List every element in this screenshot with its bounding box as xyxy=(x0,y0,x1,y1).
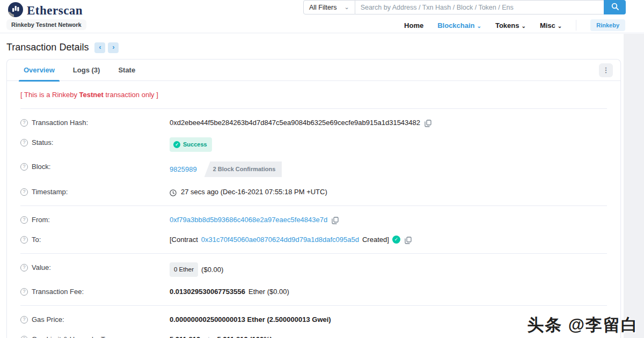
row-label: ? Gas Limit & Usage by Txn: xyxy=(20,334,170,338)
from-address-link[interactable]: 0xf79a3bb8d5b93686c4068e2a97eaec5fe4843e… xyxy=(170,215,327,225)
row-value: 0.013029530067753556 Ether ($0.00) xyxy=(170,286,607,297)
testnet-notice: [ This is a Rinkeby Testnet transaction … xyxy=(20,90,607,100)
row-label: ? To: xyxy=(20,234,170,245)
gas-price-label: Gas Price: xyxy=(32,314,64,325)
from-label: From: xyxy=(32,215,50,225)
row-value: 0xf79a3bb8d5b93686c4068e2a97eaec5fe4843e… xyxy=(170,215,607,225)
transaction-fee-amount: 0.013029530067753556 xyxy=(170,286,245,297)
notice-prefix: [ This is a Rinkeby xyxy=(20,91,79,99)
row-label: ? Gas Price: xyxy=(20,314,170,325)
block-number-link[interactable]: 9825989 xyxy=(170,164,197,174)
chevron-down-icon: ⌄ xyxy=(477,23,481,29)
block-confirmations-badge: 2 Block Confirmations xyxy=(204,161,282,177)
chevron-down-icon: ⌄ xyxy=(558,23,562,29)
prev-transaction-button[interactable]: ‹ xyxy=(94,42,105,53)
gas-price-value: 0.000000002500000013 Ether (2.500000013 … xyxy=(170,314,331,325)
search-icon xyxy=(611,3,619,12)
notice-suffix: transaction only ] xyxy=(104,91,158,99)
contract-success-check-icon: ✓ xyxy=(392,236,400,244)
header: Etherscan Rinkeby Testnet Network All Fi… xyxy=(0,0,644,33)
usd-value: ($0.00) xyxy=(201,264,223,275)
to-label: To: xyxy=(32,234,41,245)
to-contract-suffix: Created] xyxy=(362,234,389,245)
help-icon[interactable]: ? xyxy=(20,119,28,127)
page-background-strip xyxy=(624,34,644,338)
network-badge: Rinkeby Testnet Network xyxy=(6,19,86,30)
help-icon[interactable]: ? xyxy=(20,288,28,296)
to-address-link[interactable]: 0x31c70f45060ae0870624dd9d79a1d8dafc095a… xyxy=(201,234,359,245)
row-timestamp: ? Timestamp: 27 secs ago (Dec-16-2021 07… xyxy=(20,182,607,202)
help-icon[interactable]: ? xyxy=(20,216,28,224)
block-label: Block: xyxy=(32,161,50,172)
chevron-down-icon: ⌄ xyxy=(522,23,526,29)
search-input[interactable] xyxy=(355,0,604,14)
row-value: 27 secs ago (Dec-16-2021 07:55:18 PM +UT… xyxy=(170,187,607,197)
timestamp-label: Timestamp: xyxy=(32,187,68,197)
help-icon[interactable]: ? xyxy=(20,139,28,146)
tab-overview[interactable]: Overview xyxy=(14,60,64,81)
help-icon[interactable]: ? xyxy=(20,316,28,324)
etherscan-logo-icon xyxy=(8,2,24,20)
page-title: Transaction Details xyxy=(6,42,89,53)
value-separator: | xyxy=(208,334,209,338)
next-transaction-button[interactable]: › xyxy=(108,42,119,53)
row-label: ? From: xyxy=(20,215,170,225)
section-divider xyxy=(20,305,607,306)
network-switch-button[interactable]: Rinkeby xyxy=(590,19,625,31)
search-bar: All Filters ⌄ xyxy=(303,0,626,14)
copy-icon[interactable] xyxy=(332,217,339,224)
help-icon[interactable]: ? xyxy=(20,264,28,271)
nav-item-blockchain[interactable]: Blockchain ⌄ xyxy=(437,21,481,30)
main-nav: Home Blockchain ⌄ Tokens ⌄ Misc ⌄ Rinkeb… xyxy=(404,19,625,31)
nav-item-home[interactable]: Home xyxy=(404,21,423,30)
row-transaction-hash: ? Transaction Hash: 0xd2ebee44f5be284263… xyxy=(20,113,607,133)
search-button[interactable] xyxy=(604,0,626,14)
row-value: ✓ Success xyxy=(170,137,607,152)
row-gas-price: ? Gas Price: 0.000000002500000013 Ether … xyxy=(20,310,607,329)
row-label: ? Transaction Fee: xyxy=(20,286,170,297)
nav-item-misc[interactable]: Misc ⌄ xyxy=(540,21,562,30)
transaction-hash-value: 0xd2ebee44f5be284263b4d7d847c5ea9084b632… xyxy=(170,117,420,128)
nav-item-tokens[interactable]: Tokens ⌄ xyxy=(495,21,526,30)
transaction-hash-label: Transaction Hash: xyxy=(32,117,88,128)
row-label: ? Value: xyxy=(20,262,170,273)
card-tab-bar: Overview Logs (3) State ⋮ xyxy=(7,60,620,81)
copy-icon[interactable] xyxy=(425,120,431,127)
row-value: [Contract 0x31c70f45060ae0870624dd9d79a1… xyxy=(170,234,607,245)
nav-tokens-label: Tokens xyxy=(495,21,519,30)
check-icon: ✓ xyxy=(173,141,180,148)
notice-bold: Testnet xyxy=(79,91,104,99)
row-value-ether: ? Value: 0 Ether ($0.00) xyxy=(20,258,607,282)
row-label: ? Timestamp: xyxy=(20,187,170,197)
more-options-button[interactable]: ⋮ xyxy=(599,63,613,77)
row-block: ? Block: 9825989 2 Block Confirmations xyxy=(20,157,607,182)
help-icon[interactable]: ? xyxy=(20,188,28,196)
copy-icon[interactable] xyxy=(405,237,412,244)
section-divider xyxy=(20,108,607,109)
status-value: Success xyxy=(183,139,207,150)
transaction-fee-suffix: Ether ($0.00) xyxy=(248,286,289,297)
row-label: ? Status: xyxy=(20,137,170,148)
ether-value-badge: 0 Ether xyxy=(170,262,198,277)
search-filter-dropdown[interactable]: All Filters ⌄ xyxy=(303,0,355,14)
help-icon[interactable]: ? xyxy=(20,336,28,338)
search-filter-label: All Filters xyxy=(309,4,336,11)
etherscan-logo[interactable]: Etherscan xyxy=(8,2,83,20)
help-icon[interactable]: ? xyxy=(20,163,28,171)
clock-icon xyxy=(170,189,177,196)
to-contract-prefix: [Contract xyxy=(170,234,198,245)
row-value: 0 Ether ($0.00) xyxy=(170,262,607,277)
help-icon[interactable]: ? xyxy=(20,236,28,244)
gas-usage-value: 5,211,812 (100%) xyxy=(217,334,273,338)
tab-logs[interactable]: Logs (3) xyxy=(64,60,109,81)
tab-state[interactable]: State xyxy=(109,60,144,81)
transaction-fee-label: Transaction Fee: xyxy=(32,286,84,297)
page-title-row: Transaction Details ‹ › xyxy=(6,42,119,53)
nav-divider xyxy=(576,20,576,31)
section-divider xyxy=(20,253,607,254)
transaction-details-card: Overview Logs (3) State ⋮ [ This is a Ri… xyxy=(6,59,621,338)
watermark-text: 头条 @李留白 xyxy=(527,314,639,336)
gas-limit-label: Gas Limit & Usage by Txn: xyxy=(32,334,114,338)
nav-misc-label: Misc xyxy=(540,21,555,30)
section-divider xyxy=(20,205,607,206)
